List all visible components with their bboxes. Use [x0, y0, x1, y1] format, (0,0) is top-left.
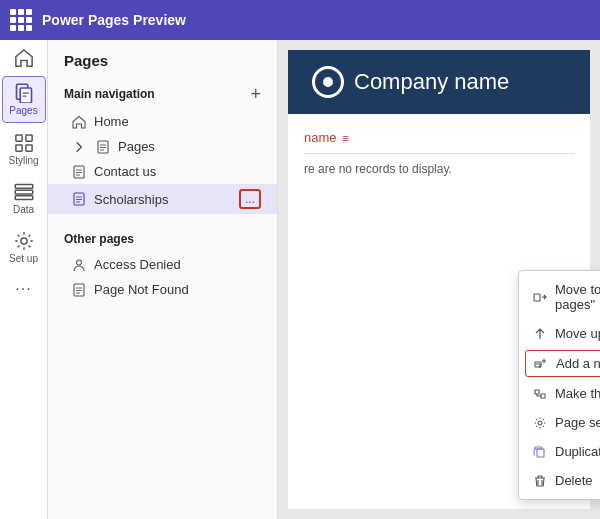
nav-pages-label: Pages: [118, 139, 155, 154]
home-nav-icon: [72, 115, 86, 129]
other-pages-section: Other pages Access Denied Page Not Found: [48, 226, 277, 302]
contact-page-icon: [72, 165, 86, 179]
dropdown-duplicate[interactable]: Duplicate: [519, 437, 600, 466]
setup-icon: [14, 231, 34, 251]
svg-rect-15: [534, 294, 540, 301]
pages-icon: [14, 83, 34, 103]
svg-rect-18: [537, 449, 544, 457]
content-area: ↖ Company name name ≡ re are no records …: [278, 40, 600, 519]
home-icon: [14, 48, 34, 68]
pages-panel: Pages Main navigation + Home Pages: [48, 40, 278, 519]
preview-header: Company name: [288, 50, 590, 114]
company-name-text: Company name: [354, 69, 509, 95]
svg-rect-7: [15, 190, 33, 194]
dropdown-page-settings-label: Page settings: [555, 415, 600, 430]
sidebar-item-home[interactable]: [2, 44, 46, 72]
nav-contact-label: Contact us: [94, 164, 156, 179]
dropdown-move-up-label: Move up: [555, 326, 600, 341]
svg-rect-5: [25, 145, 31, 151]
grid-menu-icon[interactable]: [10, 9, 32, 31]
svg-point-17: [538, 421, 542, 425]
nav-item-scholarships[interactable]: Scholarships ...: [48, 184, 277, 214]
preview-body: name ≡ re are no records to display.: [288, 114, 590, 192]
app-title: Power Pages Preview: [42, 12, 186, 28]
make-subpage-icon: [533, 387, 547, 401]
page-nav-icon: [96, 140, 110, 154]
pages-panel-title: Pages: [48, 52, 277, 79]
sidebar-data-label: Data: [13, 204, 34, 215]
styling-icon: [14, 133, 34, 153]
nav-page-not-found-label: Page Not Found: [94, 282, 189, 297]
sidebar-styling-label: Styling: [8, 155, 38, 166]
gear-icon: [533, 416, 547, 430]
svg-rect-12: [74, 193, 84, 205]
main-navigation-header: Main navigation +: [48, 79, 277, 109]
svg-point-9: [20, 238, 26, 244]
sidebar-item-styling[interactable]: Styling: [2, 127, 46, 172]
sidebar-item-data[interactable]: Data: [2, 176, 46, 221]
dropdown-menu: Move to "Other pages" Move up Add a new …: [518, 270, 600, 500]
dropdown-delete-label: Delete: [555, 473, 593, 488]
sidebar-setup-label: Set up: [9, 253, 38, 264]
scholarships-dots-button[interactable]: ...: [239, 189, 261, 209]
logo-inner-dot: [323, 77, 333, 87]
person-icon: [72, 258, 86, 272]
sidebar-item-more[interactable]: ···: [2, 274, 46, 304]
nav-item-home[interactable]: Home: [48, 109, 277, 134]
scholarships-page-icon: [72, 192, 86, 206]
add-page-button[interactable]: +: [250, 85, 261, 103]
records-text: re are no records to display.: [304, 162, 574, 176]
dropdown-page-settings[interactable]: Page settings: [519, 408, 600, 437]
duplicate-icon: [533, 445, 547, 459]
nav-home-label: Home: [94, 114, 129, 129]
sidebar-item-setup[interactable]: Set up: [2, 225, 46, 270]
more-dots-label: ···: [15, 280, 31, 298]
sidebar-item-pages[interactable]: Pages: [2, 76, 46, 123]
sidebar-icons: Pages Styling Data: [0, 40, 48, 519]
dropdown-delete[interactable]: Delete: [519, 466, 600, 495]
name-label: name: [304, 130, 337, 145]
svg-rect-2: [15, 135, 21, 141]
nav-access-denied-label: Access Denied: [94, 257, 181, 272]
sidebar-pages-label: Pages: [9, 105, 37, 116]
chevron-right-icon: [72, 140, 86, 154]
main-navigation-label: Main navigation: [64, 87, 155, 101]
nav-item-contact[interactable]: Contact us: [48, 159, 277, 184]
main-layout: Pages Styling Data: [0, 40, 600, 519]
svg-rect-4: [15, 145, 21, 151]
dropdown-make-subpage-label: Make this a subpage: [555, 386, 600, 401]
nav-item-page-not-found[interactable]: Page Not Found: [48, 277, 277, 302]
nav-item-access-denied[interactable]: Access Denied: [48, 252, 277, 277]
svg-rect-14: [74, 284, 84, 296]
move-other-icon: [533, 290, 547, 304]
svg-rect-8: [15, 196, 33, 200]
dropdown-add-subpage[interactable]: Add a new subpage: [525, 350, 600, 377]
page-not-found-icon: [72, 283, 86, 297]
svg-rect-11: [74, 166, 84, 178]
data-icon: [14, 182, 34, 202]
move-up-icon: [533, 327, 547, 341]
dropdown-add-subpage-label: Add a new subpage: [556, 356, 600, 371]
svg-rect-6: [15, 185, 33, 189]
other-pages-title: Other pages: [48, 226, 277, 252]
dropdown-make-subpage[interactable]: Make this a subpage: [519, 379, 600, 408]
svg-rect-3: [25, 135, 31, 141]
svg-point-13: [77, 260, 82, 265]
nav-scholarships-label: Scholarships: [94, 192, 168, 207]
nav-item-pages[interactable]: Pages: [48, 134, 277, 159]
trash-icon: [533, 474, 547, 488]
company-logo-icon: [312, 66, 344, 98]
svg-rect-10: [98, 141, 108, 153]
dropdown-move-up[interactable]: Move up: [519, 319, 600, 348]
topbar: Power Pages Preview: [0, 0, 600, 40]
dropdown-move-to-other[interactable]: Move to "Other pages": [519, 275, 600, 319]
dropdown-move-to-other-label: Move to "Other pages": [555, 282, 600, 312]
dropdown-duplicate-label: Duplicate: [555, 444, 600, 459]
preview-name-row: name ≡: [304, 130, 574, 154]
add-subpage-icon: [534, 357, 548, 371]
